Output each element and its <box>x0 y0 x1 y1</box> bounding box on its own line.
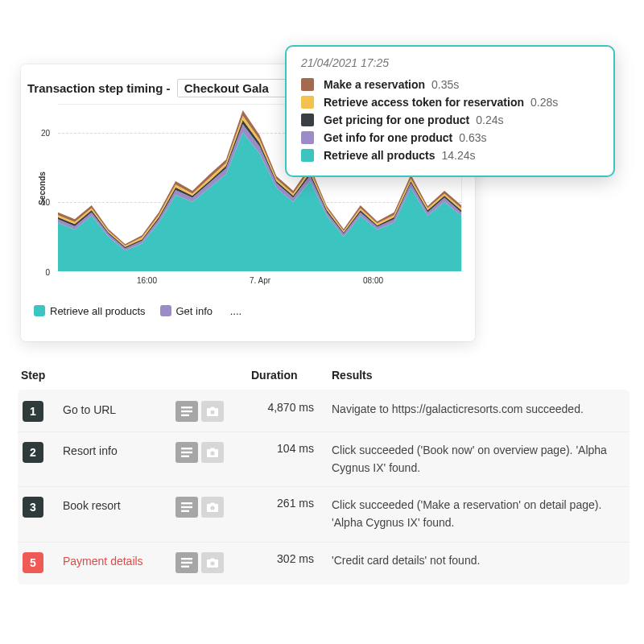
step-duration: 104 ms <box>251 442 332 455</box>
tooltip-series-value: 0.35s <box>431 78 459 91</box>
step-actions <box>175 442 251 463</box>
tooltip-series-value: 0.28s <box>530 96 558 109</box>
col-step: Step <box>21 369 63 382</box>
svg-point-3 <box>210 410 214 414</box>
x-tick: 16:00 <box>137 276 157 285</box>
log-icon[interactable] <box>175 552 198 573</box>
screenshot-icon[interactable] <box>201 497 224 518</box>
svg-rect-9 <box>181 506 192 508</box>
steps-table: Step Duration Results 1Go to URL4,870 ms… <box>18 362 630 584</box>
x-axis-ticks: 16:007. Apr08:00 <box>58 276 462 289</box>
screenshot-icon[interactable] <box>201 442 224 463</box>
svg-rect-14 <box>181 565 189 567</box>
step-duration: 302 ms <box>251 552 332 565</box>
x-tick: 08:00 <box>363 276 383 285</box>
table-header: Step Duration Results <box>18 362 630 390</box>
legend-label: Get info <box>176 305 213 317</box>
y-tick: 20 <box>41 128 50 137</box>
x-tick: 7. Apr <box>250 276 270 285</box>
svg-point-11 <box>210 506 214 510</box>
tooltip-timestamp: 21/04/2021 17:25 <box>301 56 599 69</box>
chart-title-prefix: Transaction step timing - <box>27 81 174 95</box>
tooltip-swatch <box>301 131 314 144</box>
tooltip-row: Make a reservation0.35s <box>301 76 599 93</box>
step-name: Resort info <box>63 442 175 457</box>
legend-swatch <box>34 305 45 316</box>
svg-rect-0 <box>181 407 192 408</box>
tooltip-swatch <box>301 96 314 109</box>
tooltip-row: Get info for one product0.63s <box>301 129 599 147</box>
table-row: 3Book resort261 msClick succeeded ('Make… <box>18 486 630 541</box>
screenshot-icon[interactable] <box>201 401 224 422</box>
chart-scenario-dropdown[interactable]: Checkout Gala <box>177 79 289 97</box>
svg-rect-10 <box>181 510 189 512</box>
svg-rect-8 <box>181 502 192 504</box>
svg-rect-13 <box>181 562 192 564</box>
chart-tooltip: 21/04/2021 17:25 Make a reservation0.35s… <box>285 45 615 177</box>
log-icon[interactable] <box>175 442 198 463</box>
step-result: Navigate to https://galacticresorts.com … <box>332 401 620 419</box>
log-icon[interactable] <box>175 401 198 422</box>
step-actions <box>175 401 251 422</box>
svg-point-15 <box>210 561 214 565</box>
tooltip-row: Get pricing for one product0.24s <box>301 111 599 129</box>
tooltip-swatch <box>301 149 314 162</box>
tooltip-series-name: Make a reservation <box>324 78 425 91</box>
chart-scenario-label: Checkout Gala <box>184 81 269 95</box>
legend-label: Retrieve all products <box>50 305 146 317</box>
step-name: Payment details <box>63 552 175 568</box>
tooltip-row: Retrieve all products14.24s <box>301 147 599 164</box>
svg-rect-5 <box>181 452 192 453</box>
step-result: 'Credit card details' not found. <box>332 552 620 570</box>
svg-rect-1 <box>181 411 192 412</box>
svg-rect-2 <box>181 415 189 416</box>
svg-rect-4 <box>181 448 192 449</box>
svg-rect-12 <box>181 558 192 559</box>
screenshot-icon[interactable] <box>201 552 224 573</box>
table-row: 5Payment details302 ms'Credit card detai… <box>18 542 630 583</box>
tooltip-series-value: 0.63s <box>459 131 486 144</box>
step-result: Click succeeded ('Make a reservation' on… <box>332 497 620 531</box>
tooltip-series-value: 14.24s <box>442 149 476 162</box>
step-actions <box>175 552 251 573</box>
step-name: Go to URL <box>63 401 175 416</box>
log-icon[interactable] <box>175 497 198 518</box>
tooltip-series-name: Retrieve access token for reservation <box>324 96 524 109</box>
tooltip-series-name: Get pricing for one product <box>324 114 469 126</box>
chart-legend: Retrieve all productsGet info .... <box>21 289 475 325</box>
tooltip-swatch <box>301 114 314 126</box>
step-duration: 4,870 ms <box>251 401 332 414</box>
table-body: 1Go to URL4,870 msNavigate to https://ga… <box>18 390 630 584</box>
table-row: 1Go to URL4,870 msNavigate to https://ga… <box>18 391 630 431</box>
svg-rect-6 <box>181 456 189 457</box>
step-actions <box>175 497 251 518</box>
svg-point-7 <box>210 451 214 455</box>
tooltip-series-value: 0.24s <box>476 114 503 126</box>
table-row: 2Resort info104 msClick succeeded ('Book… <box>18 431 630 486</box>
y-tick: 10 <box>41 198 50 207</box>
tooltip-series-name: Get info for one product <box>324 131 452 144</box>
step-number-badge: 1 <box>23 401 43 422</box>
step-result: Click succeeded ('Book now' on overview … <box>332 442 620 477</box>
col-duration: Duration <box>251 369 332 382</box>
tooltip-row: Retrieve access token for reservation0.2… <box>301 93 599 111</box>
tooltip-series-name: Retrieve all products <box>324 149 436 162</box>
legend-more: .... <box>230 305 242 317</box>
y-tick: 0 <box>45 268 50 277</box>
step-number-badge: 2 <box>23 442 43 463</box>
step-number-badge: 3 <box>23 497 43 518</box>
tooltip-swatch <box>301 78 314 91</box>
step-name: Book resort <box>63 497 175 512</box>
legend-swatch <box>160 305 171 316</box>
col-results: Results <box>332 369 620 382</box>
step-number-badge: 5 <box>23 552 43 573</box>
step-duration: 261 ms <box>251 497 332 510</box>
